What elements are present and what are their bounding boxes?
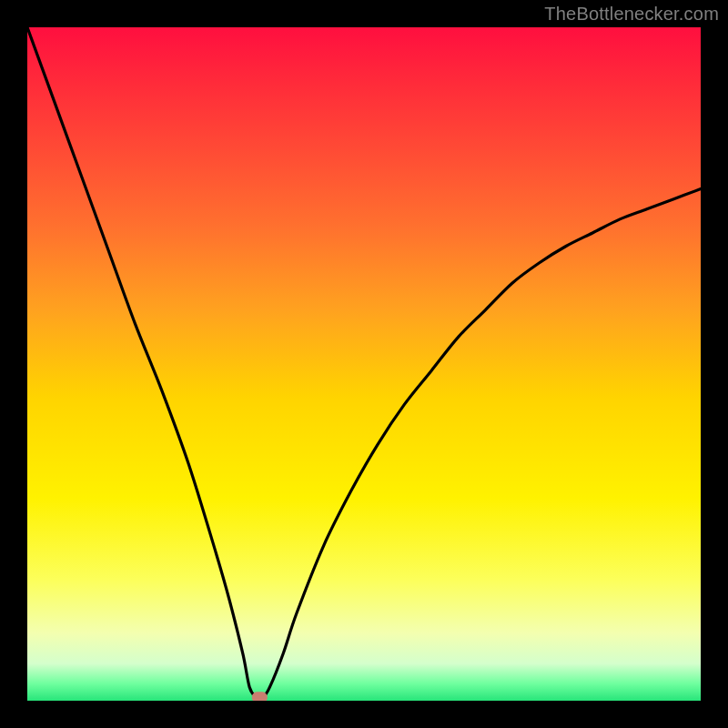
chart-frame: TheBottlenecker.com: [0, 0, 728, 728]
current-point-marker: [252, 693, 267, 701]
plot-area: [27, 27, 701, 701]
watermark-text: TheBottlenecker.com: [544, 4, 719, 25]
plot-background: [27, 27, 701, 701]
plot-svg: [27, 27, 701, 701]
